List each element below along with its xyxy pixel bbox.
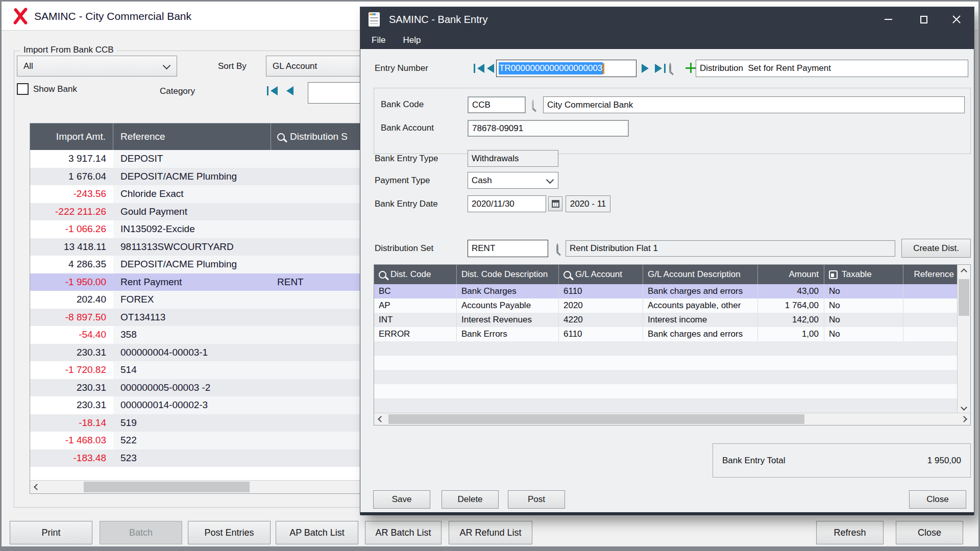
bank-entry-type-field: Withdrawals — [468, 150, 558, 167]
bank-code-finder-icon[interactable] — [532, 99, 534, 110]
sort-by-dropdown[interactable]: GL Account — [266, 56, 368, 77]
entry-finder-icon[interactable] — [669, 63, 671, 73]
grid-body: BCBank Charges6110Bank charges and error… — [374, 284, 970, 413]
create-dist-button[interactable]: Create Dist. — [901, 239, 971, 258]
search-icon — [379, 271, 386, 279]
grid-header: Dist. Code Dist. Code Description G/L Ac… — [374, 265, 958, 284]
nav-bar-icon — [267, 86, 268, 95]
col-reference[interactable]: Reference — [113, 123, 271, 150]
grid-row[interactable]: ERRORBank Errors6110Bank charges and err… — [374, 327, 958, 341]
bank-entry-total-box: Bank Entry Total 1 950,00 — [713, 443, 971, 478]
grid-row-selected[interactable]: BCBank Charges6110Bank charges and error… — [374, 284, 958, 298]
maximize-icon — [920, 16, 927, 23]
distribution-set-finder-icon[interactable] — [556, 243, 558, 254]
grid-empty-row — [374, 370, 958, 384]
distribution-set-input[interactable]: RENT — [468, 240, 548, 257]
grid-vertical-scrollbar[interactable] — [957, 265, 970, 414]
entry-prev-button[interactable] — [487, 64, 494, 73]
filter-dropdown-value: All — [23, 61, 33, 71]
entry-number-input[interactable]: TR0000000000000000003 — [496, 60, 636, 77]
dialog-titlebar[interactable]: SAMINC - Bank Entry — [360, 7, 974, 32]
scroll-left-icon[interactable] — [374, 413, 387, 425]
payment-type-value: Cash — [472, 176, 492, 186]
scrollbar-thumb[interactable] — [388, 414, 804, 424]
payment-type-dropdown[interactable]: Cash — [468, 172, 558, 189]
category-prev-button[interactable] — [286, 86, 293, 95]
ar-batch-list-button[interactable]: AR Batch List — [365, 521, 442, 544]
show-bank-checkbox[interactable] — [17, 83, 29, 95]
bank-entry-type-label: Bank Entry Type — [375, 150, 438, 167]
back-window-title: SAMINC - City Commercial Bank — [34, 2, 191, 31]
bank-entry-date-label: Bank Entry Date — [375, 195, 438, 213]
col-dist-code-desc[interactable]: Dist. Code Description — [457, 265, 559, 284]
ar-refund-list-button[interactable]: AR Refund List — [449, 521, 532, 544]
filter-dropdown[interactable]: All — [17, 56, 177, 77]
entry-last-button[interactable] — [655, 64, 666, 73]
batch-button: Batch — [100, 521, 182, 544]
screen: SAMINC - City Commercial Bank Import Fro… — [0, 0, 980, 551]
close-button[interactable]: Close — [896, 521, 963, 544]
entry-number-label: Entry Number — [375, 60, 428, 77]
menu-help[interactable]: Help — [403, 35, 421, 45]
notepad-icon — [369, 12, 380, 27]
entry-next-button[interactable] — [642, 64, 649, 73]
grid-horizontal-scrollbar[interactable] — [374, 413, 970, 425]
sort-by-label: Sort By — [218, 56, 247, 77]
nav-prev-icon — [286, 86, 293, 95]
col-import-amt[interactable]: Import Amt. — [30, 123, 113, 150]
scrollbar-thumb[interactable] — [84, 482, 250, 492]
sort-by-dropdown-value: GL Account — [273, 61, 317, 71]
scroll-up-icon[interactable] — [958, 265, 970, 278]
bank-entry-total-label: Bank Entry Total — [722, 456, 785, 466]
delete-button[interactable]: Delete — [442, 490, 499, 509]
minimize-icon — [885, 19, 892, 20]
dialog-close-button[interactable]: Close — [909, 490, 966, 509]
distribution-grid: Dist. Code Dist. Code Description G/L Ac… — [374, 264, 971, 425]
col-amount[interactable]: Amount — [758, 265, 824, 284]
grid-row[interactable]: APAccounts Payable2020Accounts payable, … — [374, 298, 958, 313]
category-input[interactable] — [308, 82, 365, 104]
maximize-button[interactable] — [913, 7, 935, 32]
entry-first-button[interactable] — [474, 64, 484, 73]
scroll-down-icon[interactable] — [958, 400, 970, 414]
dialog-bottom-edge — [360, 512, 974, 515]
bank-entry-dialog: SAMINC - Bank Entry File Help Entry Numb… — [360, 7, 974, 515]
minimize-button[interactable] — [877, 7, 899, 32]
print-button[interactable]: Print — [10, 521, 92, 544]
nav-first-icon — [271, 86, 278, 95]
ap-batch-list-button[interactable]: AP Batch List — [276, 521, 358, 544]
dialog-content: Entry Number TR0000000000000000003 Distr… — [360, 49, 974, 512]
col-taxable[interactable]: Taxable — [824, 265, 903, 284]
distribution-set-label: Distribution Set — [375, 240, 433, 257]
app-x-logo-icon — [13, 7, 28, 27]
bank-code-label: Bank Code — [381, 96, 424, 113]
close-window-button[interactable] — [945, 7, 968, 32]
payment-type-label: Payment Type — [375, 172, 430, 189]
scroll-right-icon[interactable] — [957, 413, 970, 425]
col-gl-account[interactable]: G/L Account — [559, 265, 643, 284]
menu-file[interactable]: File — [372, 35, 385, 45]
grid-row[interactable]: INTInterest Revenues4220Interest income1… — [374, 313, 958, 327]
col-reference[interactable]: Reference — [903, 265, 958, 284]
refresh-button[interactable]: Refresh — [816, 521, 884, 544]
bank-entry-total-value: 1 950,00 — [927, 456, 961, 466]
search-icon — [277, 133, 285, 141]
bank-entry-date-input[interactable]: 2020/11/30 — [468, 195, 546, 212]
scroll-left-icon[interactable] — [30, 481, 43, 493]
calendar-button[interactable] — [548, 196, 562, 211]
post-entries-button[interactable]: Post Entries — [188, 521, 271, 544]
scrollbar-thumb[interactable] — [959, 279, 969, 316]
post-button[interactable]: Post — [508, 490, 565, 509]
import-group-label: Import From Bank CCB — [20, 45, 117, 55]
entry-description-input[interactable]: Distribution Set for Rent Payment — [696, 60, 968, 77]
category-first-button[interactable] — [267, 86, 278, 95]
grid-empty-row — [374, 341, 958, 356]
save-button[interactable]: Save — [373, 490, 430, 509]
close-icon — [952, 15, 961, 24]
chevron-down-icon — [546, 176, 554, 184]
bank-code-input[interactable]: CCB — [468, 96, 526, 113]
col-dist-code[interactable]: Dist. Code — [374, 265, 457, 284]
col-gl-account-desc[interactable]: G/L Account Description — [643, 265, 758, 284]
entry-number-selected-text: TR0000000000000000003 — [499, 62, 603, 74]
distribution-set-description: Rent Distribution Flat 1 — [566, 240, 895, 257]
